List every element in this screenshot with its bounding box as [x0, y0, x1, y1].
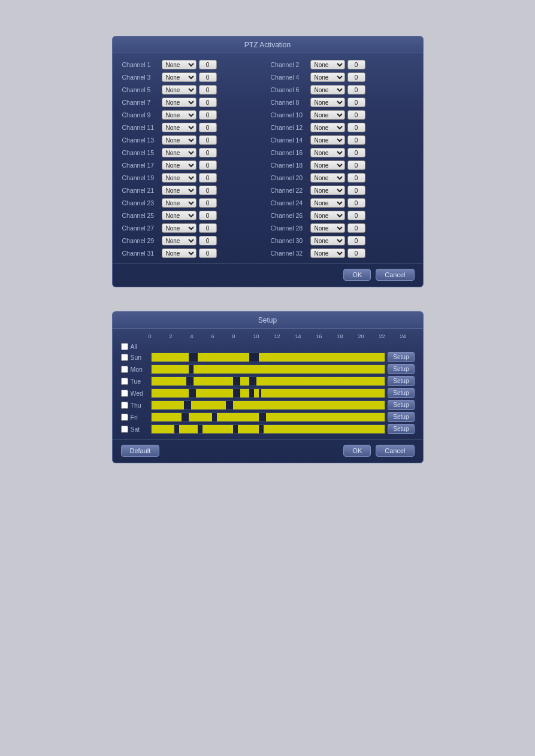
- channel-select[interactable]: NoneWontNon: [310, 211, 345, 220]
- channel-select[interactable]: NoneWontNon: [162, 110, 197, 120]
- schedule-segment: [202, 425, 233, 433]
- channel-number-input[interactable]: [347, 123, 365, 132]
- day-setup-button[interactable]: Setup: [388, 364, 414, 374]
- channel-select[interactable]: NoneWontNon: [162, 123, 197, 132]
- day-checkbox[interactable]: [121, 354, 128, 361]
- setup-cancel-button[interactable]: Cancel: [376, 445, 414, 457]
- channel-number-input[interactable]: [199, 198, 217, 208]
- channel-select[interactable]: NoneWontNon: [162, 60, 197, 69]
- channel-number-input[interactable]: [347, 98, 365, 107]
- ptz-dialog-footer: OK Cancel: [113, 263, 423, 287]
- day-checkbox[interactable]: [121, 402, 128, 409]
- channel-select[interactable]: NoneWontNon: [310, 148, 345, 157]
- channel-select[interactable]: NoneWontNon: [162, 211, 197, 220]
- channel-number-input[interactable]: [347, 223, 365, 233]
- time-tick: 6: [211, 333, 214, 339]
- channel-number-input[interactable]: [347, 198, 365, 208]
- channel-number-input[interactable]: [347, 160, 365, 170]
- day-checkbox[interactable]: [121, 366, 128, 373]
- day-setup-button[interactable]: Setup: [388, 400, 414, 410]
- channel-select[interactable]: NoneWontNon: [162, 85, 197, 95]
- channel-number-input[interactable]: [347, 85, 365, 95]
- channel-select[interactable]: NoneWontNon: [310, 160, 345, 170]
- day-checkbox[interactable]: [121, 343, 128, 350]
- schedule-segment: [198, 425, 202, 433]
- channel-select[interactable]: NoneWontNon: [162, 148, 197, 157]
- channel-number-input[interactable]: [199, 135, 217, 145]
- channel-label: Channel 6: [271, 86, 308, 93]
- channel-number-input[interactable]: [199, 98, 217, 107]
- channel-select[interactable]: NoneWontNon: [162, 98, 197, 107]
- schedule-segment: [261, 389, 385, 397]
- channel-number-input[interactable]: [347, 60, 365, 69]
- channel-select[interactable]: NoneWontNon: [310, 248, 345, 258]
- day-label: Mon: [131, 366, 149, 373]
- schedule-segment: [152, 389, 189, 397]
- channel-number-input[interactable]: [199, 148, 217, 157]
- channel-number-input[interactable]: [199, 236, 217, 245]
- channel-select[interactable]: NoneWontNon: [162, 173, 197, 183]
- default-button[interactable]: Default: [121, 445, 160, 457]
- channel-row: Channel 16NoneWontNon: [271, 147, 413, 158]
- schedule-segment: [152, 401, 185, 409]
- channel-row: Channel 5NoneWontNon: [122, 84, 265, 95]
- channel-select[interactable]: NoneWontNon: [162, 72, 197, 82]
- day-setup-button[interactable]: Setup: [388, 352, 414, 362]
- channel-number-input[interactable]: [347, 211, 365, 220]
- channel-select[interactable]: NoneWontNon: [310, 98, 345, 107]
- day-setup-button[interactable]: Setup: [388, 424, 414, 434]
- channel-select[interactable]: NoneWontNon: [310, 186, 345, 195]
- channel-select[interactable]: NoneWontNon: [310, 198, 345, 208]
- channel-number-input[interactable]: [199, 223, 217, 233]
- channel-number-input[interactable]: [199, 173, 217, 183]
- channel-select[interactable]: NoneWontNon: [310, 110, 345, 120]
- channel-select[interactable]: NoneWontNon: [162, 198, 197, 208]
- channel-number-input[interactable]: [347, 248, 365, 258]
- channel-number-input[interactable]: [199, 60, 217, 69]
- ptz-ok-button[interactable]: OK: [343, 269, 371, 281]
- channel-select[interactable]: NoneWontNon: [162, 248, 197, 258]
- channel-number-input[interactable]: [347, 186, 365, 195]
- day-setup-button[interactable]: Setup: [388, 412, 414, 422]
- channel-number-input[interactable]: [199, 110, 217, 120]
- day-setup-button[interactable]: Setup: [388, 388, 414, 398]
- channel-select[interactable]: NoneWontNon: [162, 236, 197, 245]
- channel-number-input[interactable]: [199, 186, 217, 195]
- ptz-cancel-button[interactable]: Cancel: [376, 269, 414, 281]
- channel-select[interactable]: NoneWontNon: [310, 72, 345, 82]
- channel-number-input[interactable]: [347, 173, 365, 183]
- channel-row: Channel 28NoneWontNon: [271, 223, 413, 233]
- channel-select[interactable]: NoneWontNon: [310, 236, 345, 245]
- channel-select[interactable]: NoneWontNon: [310, 135, 345, 145]
- channel-select[interactable]: NoneWontNon: [162, 223, 197, 233]
- channel-select[interactable]: NoneWontNon: [162, 160, 197, 170]
- footer-right-buttons: OK Cancel: [343, 445, 414, 457]
- channel-number-input[interactable]: [347, 110, 365, 120]
- channel-number-input[interactable]: [199, 160, 217, 170]
- channel-row: Channel 30NoneWontNon: [271, 235, 413, 246]
- channel-select[interactable]: NoneWontNon: [310, 223, 345, 233]
- channel-select[interactable]: NoneWontNon: [310, 173, 345, 183]
- channel-select[interactable]: NoneWontNon: [162, 135, 197, 145]
- setup-footer: Default OK Cancel: [113, 439, 423, 463]
- channel-row: Channel 32NoneWontNon: [271, 248, 413, 259]
- channel-number-input[interactable]: [199, 85, 217, 95]
- channel-number-input[interactable]: [199, 123, 217, 132]
- day-setup-button[interactable]: Setup: [388, 376, 414, 386]
- channel-number-input[interactable]: [199, 248, 217, 258]
- day-checkbox[interactable]: [121, 414, 128, 421]
- channel-number-input[interactable]: [347, 148, 365, 157]
- channel-number-input[interactable]: [347, 236, 365, 245]
- channel-number-input[interactable]: [347, 72, 365, 82]
- day-checkbox[interactable]: [121, 426, 128, 433]
- channel-number-input[interactable]: [347, 135, 365, 145]
- channel-number-input[interactable]: [199, 72, 217, 82]
- day-checkbox[interactable]: [121, 378, 128, 385]
- day-checkbox[interactable]: [121, 390, 128, 397]
- channel-select[interactable]: NoneWontNon: [310, 60, 345, 69]
- channel-select[interactable]: NoneWontNon: [162, 186, 197, 195]
- channel-select[interactable]: NoneWontNon: [310, 123, 345, 132]
- channel-number-input[interactable]: [199, 211, 217, 220]
- channel-select[interactable]: NoneWontNon: [310, 85, 345, 95]
- setup-ok-button[interactable]: OK: [343, 445, 371, 457]
